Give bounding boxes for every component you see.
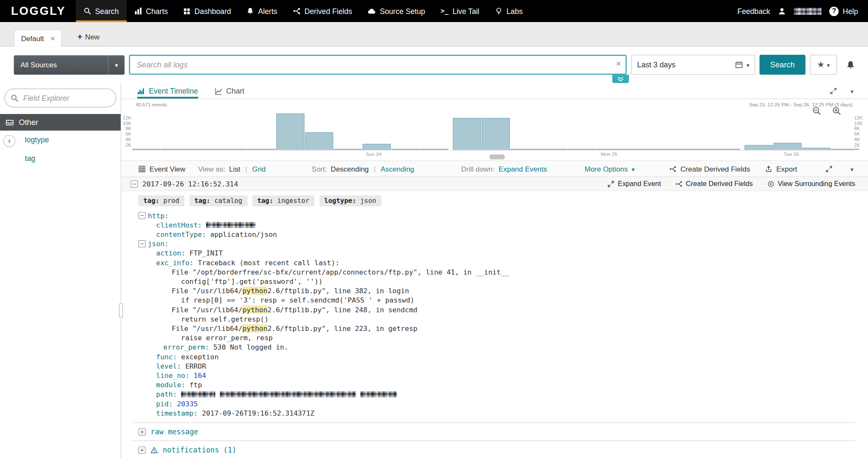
- json-key: contentType:: [156, 230, 206, 239]
- field-explorer-sidebar: Other logtypetag: [0, 83, 121, 458]
- sidebar-item-logtype[interactable]: logtype: [0, 130, 121, 149]
- sidebar-section-other[interactable]: Other: [0, 114, 121, 130]
- nav-item-label: Alerts: [258, 7, 277, 15]
- collapse-node-icon[interactable]: [139, 240, 146, 247]
- drill-down-group: Drill down: Expand Events: [461, 161, 547, 177]
- event-tag-chip[interactable]: tag: ingestor: [252, 195, 314, 206]
- timeline-bar[interactable]: [276, 113, 304, 150]
- json-line: config['ftp'].get('password', '')): [121, 277, 868, 286]
- view-as-label: View as:: [198, 165, 225, 173]
- view-as-list[interactable]: List: [229, 165, 240, 173]
- json-value: 2.6/ftplib.py", line 382, in login: [267, 287, 409, 295]
- nav-item-dashboard[interactable]: Dashboard: [175, 0, 239, 22]
- favorites-button[interactable]: [810, 55, 837, 75]
- json-value: 530 Not logged in.: [209, 343, 288, 352]
- zoom-in-icon[interactable]: [832, 106, 841, 118]
- close-tab-icon[interactable]: [50, 34, 55, 42]
- json-line: line_no: 164: [121, 371, 868, 380]
- time-range-selector[interactable]: Last 3 days: [631, 55, 755, 75]
- expand-notifications-icon[interactable]: [139, 447, 146, 454]
- event-action-expand-event[interactable]: Expand Event: [607, 180, 661, 187]
- event-action-create-derived-fields[interactable]: Create Derived Fields: [675, 180, 753, 187]
- panel-options-button[interactable]: [851, 161, 854, 177]
- json-value: [202, 221, 206, 229]
- more-options-button[interactable]: More Options: [584, 161, 634, 177]
- sort-ascending[interactable]: Ascending: [381, 165, 414, 173]
- search-input[interactable]: [129, 55, 626, 75]
- expand-events-link[interactable]: Expand Events: [498, 165, 547, 173]
- expand-raw-message-icon[interactable]: [139, 428, 146, 436]
- raw-message-link[interactable]: raw message: [150, 428, 198, 436]
- clear-search-icon[interactable]: [616, 59, 621, 68]
- sort-descending[interactable]: Descending: [331, 165, 369, 173]
- nav-item-labs[interactable]: Labs: [487, 0, 530, 22]
- field-explorer-input[interactable]: [23, 94, 110, 102]
- timeline-plot: [132, 103, 852, 150]
- tab-event-timeline[interactable]: Event Timeline: [137, 87, 198, 98]
- nav-item-label: Live Tail: [453, 7, 479, 15]
- nav-item-alerts[interactable]: Alerts: [239, 0, 285, 22]
- tab-default[interactable]: Default: [14, 29, 62, 46]
- expand-panel-icon[interactable]: [830, 87, 837, 94]
- timeline-bar[interactable]: [773, 143, 801, 150]
- expand-panel-icon[interactable]: [825, 161, 832, 177]
- nav-item-derived-fields[interactable]: Derived Fields: [285, 0, 360, 22]
- sidebar-collapse-button[interactable]: [3, 135, 16, 147]
- json-line: http:: [121, 211, 868, 220]
- timeline-bar[interactable]: [453, 118, 481, 150]
- export-button[interactable]: Export: [765, 161, 797, 177]
- loggly-logo[interactable]: LOGGLY: [0, 0, 76, 22]
- chevron-down-icon[interactable]: [851, 86, 854, 96]
- nav-item-search[interactable]: Search: [76, 0, 127, 22]
- event-json-tree: http:clientHost: contentType: applicatio…: [121, 211, 868, 418]
- create-derived-fields-button[interactable]: Create Derived Fields: [669, 161, 750, 177]
- zoom-out-icon[interactable]: [812, 106, 821, 118]
- sidebar-item-tag[interactable]: tag: [0, 150, 121, 168]
- notifications-link[interactable]: notifications (1): [163, 446, 236, 455]
- alert-bell-button[interactable]: [846, 60, 855, 69]
- event-tag-chip[interactable]: tag: prod: [139, 195, 184, 206]
- json-value: if resp[0] == '3': resp = self.sendcmd('…: [181, 296, 414, 305]
- timeline-bar[interactable]: [481, 118, 509, 150]
- feedback-link[interactable]: Feedback: [737, 7, 770, 15]
- sidebar-section-label: Other: [19, 118, 38, 127]
- collapse-event-icon[interactable]: [131, 180, 138, 187]
- event-tag-chip[interactable]: tag: catalog: [189, 195, 248, 206]
- event-view-button[interactable]: Event View: [139, 161, 186, 177]
- json-value: return self.getresp(): [181, 315, 268, 323]
- y-axis-label: 4K: [122, 137, 131, 142]
- y-axis-label: 6K: [854, 131, 863, 137]
- user-icon[interactable]: [778, 7, 786, 15]
- search-button[interactable]: Search: [760, 55, 805, 75]
- event-timeline-chart: 40,571 events Sep 23, 12:25 PM - Sep 26,…: [121, 99, 868, 161]
- json-key: clientHost:: [156, 221, 202, 229]
- tab-chart[interactable]: Chart: [214, 87, 245, 98]
- event-tag-chip[interactable]: logtype: json: [319, 195, 381, 206]
- view-as-grid[interactable]: Grid: [252, 165, 266, 173]
- chevron-down-icon: [632, 165, 634, 173]
- sidebar-resize-handle[interactable]: [119, 303, 123, 318]
- help-link[interactable]: Help: [829, 6, 858, 16]
- calendar-icon: [735, 61, 743, 69]
- json-number: 20335: [177, 400, 198, 408]
- json-value: Traceback (most recent call last):: [194, 258, 339, 267]
- timeline-bar[interactable]: [363, 144, 391, 150]
- tab-chart-label: Chart: [226, 87, 245, 95]
- y-axis-label: 2K: [122, 142, 131, 148]
- nav-item-charts[interactable]: Charts: [126, 0, 175, 22]
- y-axis-label: 10K: [122, 120, 131, 126]
- new-tab-button[interactable]: New: [78, 32, 100, 42]
- event-action-view-surrounding-events[interactable]: View Surrounding Events: [767, 180, 855, 187]
- timeline-bar[interactable]: [305, 133, 333, 150]
- collapse-node-icon[interactable]: [139, 212, 146, 219]
- search-options-expander[interactable]: [612, 75, 629, 83]
- surround-icon: [767, 180, 774, 187]
- timeline-bar[interactable]: [745, 145, 773, 150]
- timeline-scrollbar-thumb[interactable]: [490, 154, 505, 159]
- event-tags: tag: prodtag: catalogtag: ingestorlogtyp…: [121, 195, 868, 206]
- nav-item-source-setup[interactable]: Source Setup: [360, 0, 433, 22]
- x-axis-label: Mon 25: [601, 152, 617, 157]
- json-line: File "/usr/lib64/python2.6/ftplib.py", l…: [121, 305, 868, 314]
- source-selector[interactable]: All Sources: [14, 55, 125, 75]
- nav-item-live-tail[interactable]: >_Live Tail: [433, 0, 487, 22]
